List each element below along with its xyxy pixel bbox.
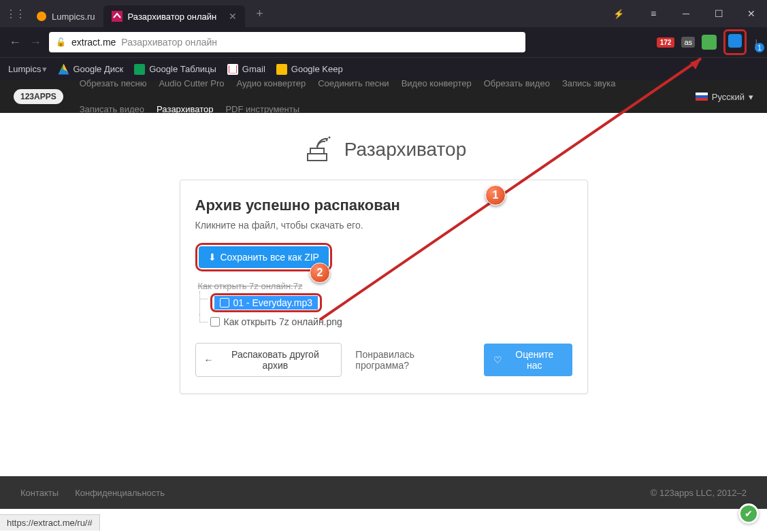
card-subtitle: Кликните на файл, чтобы скачать его. [195, 220, 572, 231]
window-titlebar: ⋮⋮ Lumpics.ru Разархиватор онлайн ✕ + ⚡ … [0, 0, 767, 27]
sheets-icon [134, 64, 145, 75]
footer-link-contacts[interactable]: Контакты [20, 488, 59, 498]
tab-label: Lumpics.ru [52, 12, 95, 22]
annotation-highlight-file: 01 - Everyday.mp3 [210, 293, 322, 312]
url-input[interactable]: 🔓 extract.me Разархиватор онлайн [49, 32, 525, 52]
close-button[interactable]: ✕ [741, 8, 762, 19]
image-file-icon [210, 317, 220, 327]
drive-icon [58, 64, 69, 75]
footer-link-privacy[interactable]: Конфиденциальность [75, 488, 165, 498]
bookmark-label: Lumpics [8, 64, 41, 74]
audio-file-icon [220, 298, 229, 307]
language-selector[interactable]: Русский ▾ [696, 92, 753, 102]
tree-root: Как открыть 7z онлайн.7z [195, 281, 572, 291]
unpack-another-button[interactable]: ← Распаковать другой архив [195, 343, 342, 377]
svg-point-1 [328, 137, 330, 139]
chevron-down-icon: ▾ [42, 64, 47, 74]
url-domain: extract.me [71, 37, 116, 48]
download-icon [728, 34, 742, 48]
tree-item: Как открыть 7z онлайн.png [195, 314, 572, 329]
nav-link[interactable]: Запись звука [562, 77, 616, 90]
tab-lumpics[interactable]: Lumpics.ru [29, 5, 103, 27]
heart-icon: ♡ [493, 354, 502, 365]
file-name: Как открыть 7z онлайн.png [224, 316, 342, 327]
bookmark-lumpics[interactable]: Lumpics ▾ [8, 64, 47, 74]
download-count-badge: 1 [755, 43, 764, 52]
nav-link[interactable]: Видео конвертер [402, 77, 472, 90]
page-title: Разархиватор [344, 139, 466, 161]
app-nav-bar: 123APPS Обрезать песню Audio Cutter Pro … [0, 80, 767, 113]
nav-link[interactable]: Аудио конвертер [237, 77, 306, 90]
nav-link[interactable]: Audio Cutter Pro [159, 77, 224, 90]
bookmark-sheets[interactable]: Google Таблицы [134, 64, 216, 75]
gmail-icon [227, 64, 238, 75]
page-content: Разархиватор Архив успешно распакован Кл… [0, 113, 767, 480]
like-prompt: Понравилась программа? [355, 349, 470, 371]
downloads-arrow-icon[interactable]: ↓ 1 [753, 36, 759, 48]
chevron-down-icon: ▾ [749, 92, 753, 102]
lock-icon: 🔓 [56, 37, 66, 47]
drag-handle-icon: ⋮⋮ [5, 7, 25, 20]
file-link[interactable]: Как открыть 7z онлайн.png [210, 316, 572, 327]
extension-icon[interactable] [702, 35, 717, 50]
card-footer: ← Распаковать другой архив Понравилась п… [195, 343, 572, 377]
unarchiver-icon [301, 133, 333, 166]
file-tree: Как открыть 7z онлайн.7z 01 - Everyday.m… [195, 281, 572, 329]
rate-us-button[interactable]: ♡ Оцените нас [484, 344, 572, 376]
hero: Разархиватор [14, 133, 753, 166]
bookmark-gdrive[interactable]: Google Диск [58, 64, 123, 75]
forward-button[interactable]: → [29, 35, 42, 50]
tab-extract[interactable]: Разархиватор онлайн ✕ [103, 5, 246, 27]
svg-point-2 [325, 139, 327, 142]
bookmark-label: Google Таблицы [149, 64, 216, 74]
back-button[interactable]: ← [8, 35, 22, 50]
save-all-zip-button[interactable]: ⬇ Сохранить все как ZIP [199, 246, 329, 268]
minimize-button[interactable]: ─ [676, 8, 696, 19]
extension-lastfm-icon[interactable]: as [681, 37, 695, 48]
button-label: Оцените нас [506, 349, 562, 371]
tab-label: Разархиватор онлайн [128, 12, 217, 22]
security-shield-icon[interactable]: ✔ [738, 503, 759, 524]
card-title: Архив успешно распакован [195, 197, 572, 214]
new-tab-button[interactable]: + [249, 7, 270, 21]
result-card: Архив успешно распакован Кликните на фай… [180, 180, 588, 394]
status-bar: https://extract.me/ru/# [0, 514, 100, 531]
button-label: Распаковать другой архив [218, 349, 333, 371]
nav-link[interactable]: Обрезать видео [484, 77, 550, 90]
url-page-title: Разархиватор онлайн [121, 37, 217, 48]
bolt-icon[interactable]: ⚡ [613, 9, 624, 19]
annotation-marker-1: 1 [485, 185, 506, 205]
bookmark-label: Google Keep [291, 64, 343, 74]
maximize-button[interactable]: ☐ [708, 8, 729, 19]
annotation-marker-2: 2 [310, 263, 330, 283]
extension-badge[interactable]: 172 [657, 37, 675, 48]
nav-link[interactable]: Обрезать песню [80, 77, 147, 90]
favicon-icon [37, 12, 46, 21]
language-label: Русский [712, 92, 745, 102]
file-name: 01 - Everyday.mp3 [233, 297, 312, 308]
window-controls: ⚡ ≡ ─ ☐ ✕ [613, 8, 762, 19]
nav-link[interactable]: Соединить песни [318, 77, 389, 90]
file-link-selected[interactable]: 01 - Everyday.mp3 [214, 296, 318, 310]
downloads-button[interactable] [723, 29, 747, 55]
bookmark-gmail[interactable]: Gmail [227, 64, 265, 75]
logo[interactable]: 123APPS [14, 89, 63, 104]
bookmark-label: Google Диск [73, 64, 123, 74]
app-links: Обрезать песню Audio Cutter Pro Аудио ко… [80, 77, 638, 116]
bookmark-label: Gmail [242, 64, 265, 74]
download-icon: ⬇ [208, 252, 216, 263]
flag-ru-icon [696, 93, 708, 101]
favicon-icon [112, 11, 123, 22]
tree-item: 01 - Everyday.mp3 [195, 291, 572, 314]
address-bar: ← → 🔓 extract.me Разархиватор онлайн 172… [0, 27, 767, 57]
back-arrow-icon: ← [204, 354, 214, 365]
svg-rect-0 [112, 11, 123, 22]
page-footer: Контакты Конфиденциальность © 123apps LL… [0, 476, 767, 509]
bookmark-keep[interactable]: Google Keep [276, 64, 343, 75]
menu-icon[interactable]: ≡ [643, 8, 664, 19]
tab-close-icon[interactable]: ✕ [229, 11, 237, 22]
copyright: © 123apps LLC, 2012–2 [651, 488, 747, 498]
keep-icon [276, 64, 287, 75]
button-label: Сохранить все как ZIP [221, 252, 319, 263]
